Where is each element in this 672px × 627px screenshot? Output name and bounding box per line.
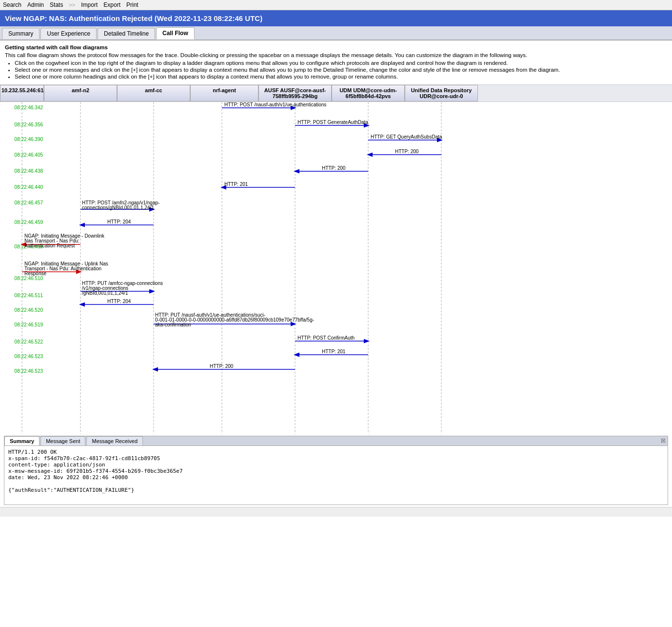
svg-text:HTTP: 200: HTTP: 200 <box>322 165 346 171</box>
menu-import[interactable]: Import <box>81 1 98 8</box>
svg-text:/gNBId,001,01,1,24/1: /gNBId,001,01,1,24/1 <box>82 290 128 296</box>
menu-stats[interactable]: Stats <box>50 1 63 8</box>
svg-text:08:22:46.520: 08:22:46.520 <box>15 307 43 313</box>
svg-text:Response: Response <box>24 271 46 276</box>
svg-text:08:22:46.519: 08:22:46.519 <box>15 322 43 327</box>
help-item-2: Select one or more messages and click on… <box>15 67 667 73</box>
col-header-udr[interactable]: Unified Data Repository UDR@core-udr-0 <box>405 85 478 101</box>
detail-tab-message-received[interactable]: Message Received <box>86 436 143 445</box>
tab-call-flow[interactable]: Call Flow <box>156 27 195 40</box>
col-header-amf-cc[interactable]: amf-cc <box>117 85 190 101</box>
menu-admin[interactable]: Admin <box>27 1 44 8</box>
diagram-area: 10.232.55.246:61837 amf-n2 amf-cc nrf-ag… <box>0 85 672 517</box>
svg-text:08:22:46.523: 08:22:46.523 <box>15 368 43 374</box>
svg-text:08:22:46.342: 08:22:46.342 <box>15 105 43 110</box>
svg-text:08:22:46.440: 08:22:46.440 <box>15 184 43 190</box>
flow-diagram[interactable]: 08:22:46.342 08:22:46.356 08:22:46.390 0… <box>0 102 478 434</box>
tab-summary[interactable]: Summary <box>2 28 40 39</box>
svg-text:HTTP: POST ConfirmAuth: HTTP: POST ConfirmAuth <box>297 335 355 341</box>
col-header-client[interactable]: 10.232.55.246:61837 <box>0 85 44 101</box>
svg-text:08:22:46.457: 08:22:46.457 <box>15 200 43 205</box>
svg-text:Authentication Request: Authentication Request <box>24 243 75 248</box>
svg-text:HTTP: 201: HTTP: 201 <box>322 349 346 354</box>
detail-close-button[interactable]: ☒ <box>661 438 666 444</box>
svg-text:08:22:46.510: 08:22:46.510 <box>15 276 43 281</box>
svg-text:HTTP: GET QueryAuthSubsData: HTTP: GET QueryAuthSubsData <box>371 134 442 140</box>
svg-text:HTTP: 200: HTTP: 200 <box>395 149 419 154</box>
svg-text:connections/gNBId,001,01,1,24/: connections/gNBId,001,01,1,24/1 <box>82 205 154 210</box>
col-headers: 10.232.55.246:61837 amf-n2 amf-cc nrf-ag… <box>0 85 672 102</box>
svg-text:08:22:46.390: 08:22:46.390 <box>15 137 43 142</box>
detail-content: HTTP/1.1 200 OK x-span-id: f54d7b70-c2ac… <box>4 446 668 505</box>
menu-search[interactable]: Search <box>3 1 21 8</box>
svg-text:HTTP: 200: HTTP: 200 <box>210 364 234 369</box>
detail-tab-message-sent[interactable]: Message Sent <box>40 436 85 445</box>
col-header-nrf-agent[interactable]: nrf-agent <box>190 85 258 101</box>
menu-export[interactable]: Export <box>103 1 120 8</box>
help-list: Click on the cogwheel icon in the top ri… <box>15 60 667 80</box>
svg-text:HTTP: POST GenerateAuthData: HTTP: POST GenerateAuthData <box>297 120 368 125</box>
svg-text:HTTP: 204: HTTP: 204 <box>107 219 131 224</box>
svg-text:08:22:46.522: 08:22:46.522 <box>15 339 43 344</box>
bottom-scroll[interactable] <box>0 507 672 517</box>
menu-sep: >> <box>69 2 75 8</box>
col-header-amf-n2[interactable]: amf-n2 <box>44 85 117 101</box>
svg-text:08:22:46.523: 08:22:46.523 <box>15 354 43 359</box>
tab-detailed-timeline[interactable]: Detailed Timeline <box>98 28 155 39</box>
detail-panel: Summary Message Sent Message Received ☒ … <box>4 436 668 505</box>
svg-text:08:22:46.438: 08:22:46.438 <box>15 168 43 174</box>
help-item-3: Select one or more column headings and c… <box>15 74 667 80</box>
svg-text:HTTP: 204: HTTP: 204 <box>107 299 131 304</box>
menu-bar: Search Admin Stats >> Import Export Prin… <box>0 0 672 10</box>
menu-print[interactable]: Print <box>126 1 138 8</box>
svg-text:aka-confirmation: aka-confirmation <box>155 322 191 327</box>
help-area: Getting started with call flow diagrams … <box>0 40 672 85</box>
svg-text:08:22:46.511: 08:22:46.511 <box>15 293 43 298</box>
col-header-ausf[interactable]: AUSF AUSF@core-ausf-758ffb9595-294bg <box>258 85 332 101</box>
help-intro: This call flow diagram shows the protoco… <box>5 52 667 58</box>
col-header-udm[interactable]: UDM UDM@core-udm-6f5bf8b84d-42pvs <box>332 85 405 101</box>
svg-text:08:22:46.459: 08:22:46.459 <box>15 220 43 225</box>
tab-bar: Summary User Experience Detailed Timelin… <box>0 26 672 40</box>
help-item-1: Click on the cogwheel icon in the top ri… <box>15 60 667 66</box>
svg-text:HTTP: POST /nausf-auth/v1/ue-a: HTTP: POST /nausf-auth/v1/ue-authenticat… <box>224 102 326 107</box>
help-title: Getting started with call flow diagrams <box>5 44 667 50</box>
page-title: View NGAP: NAS: Authentication Rejected … <box>0 10 672 26</box>
svg-text:HTTP: 201: HTTP: 201 <box>224 182 248 187</box>
tab-user-experience[interactable]: User Experience <box>40 28 97 39</box>
detail-tabs: Summary Message Sent Message Received ☒ <box>4 436 668 446</box>
detail-tab-summary[interactable]: Summary <box>4 436 40 445</box>
svg-text:08:22:46.405: 08:22:46.405 <box>15 152 43 158</box>
svg-text:08:22:46.356: 08:22:46.356 <box>15 122 43 127</box>
